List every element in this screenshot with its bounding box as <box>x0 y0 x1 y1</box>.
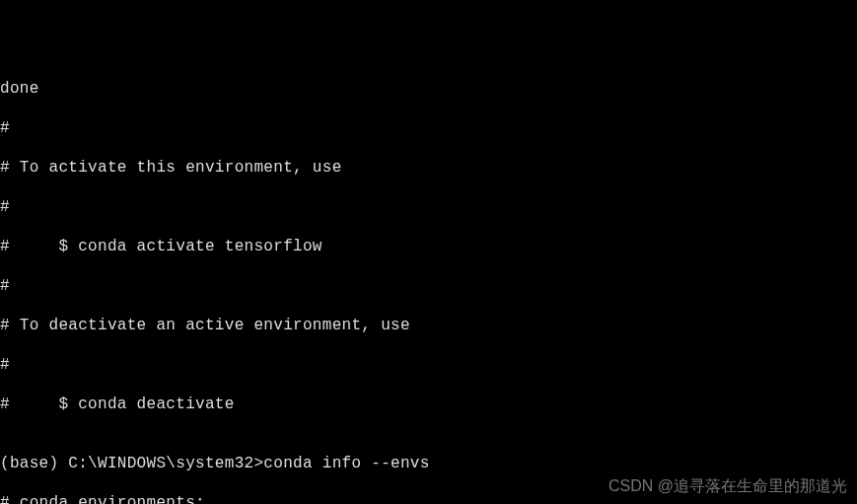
output-line: # <box>0 355 857 375</box>
prompt-prefix: (base) C:\WINDOWS\system32> <box>0 455 263 472</box>
output-line: # $ conda deactivate <box>0 395 857 414</box>
output-line: # <box>0 118 857 138</box>
prompt-line[interactable]: (base) C:\WINDOWS\system32>conda info --… <box>0 454 857 473</box>
prompt-command: conda info --envs <box>263 455 429 472</box>
output-line: # To activate this environment, use <box>0 158 857 178</box>
watermark: CSDN @追寻落在生命里的那道光 <box>608 476 847 496</box>
output-line: # <box>0 197 857 217</box>
output-line: # <box>0 276 857 296</box>
output-line: # To deactivate an active environment, u… <box>0 316 857 335</box>
output-line: # $ conda activate tensorflow <box>0 237 857 256</box>
output-line: done <box>0 79 857 99</box>
